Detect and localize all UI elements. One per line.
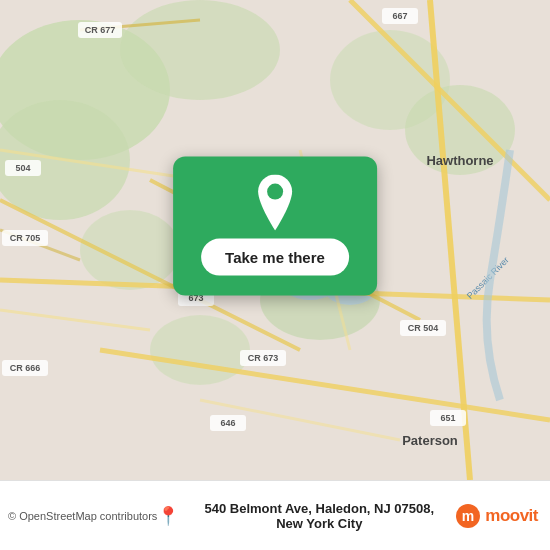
svg-text:CR 666: CR 666 bbox=[10, 363, 41, 373]
svg-point-46 bbox=[267, 184, 283, 200]
svg-text:667: 667 bbox=[392, 11, 407, 21]
svg-text:CR 504: CR 504 bbox=[408, 323, 439, 333]
action-card: Take me there bbox=[173, 157, 377, 296]
footer-bar: © OpenStreetMap contributors 📍 540 Belmo… bbox=[0, 480, 550, 550]
take-me-there-button[interactable]: Take me there bbox=[201, 239, 349, 276]
svg-text:CR 677: CR 677 bbox=[85, 25, 116, 35]
svg-text:CR 705: CR 705 bbox=[10, 233, 41, 243]
osm-label: © OpenStreetMap contributors bbox=[8, 510, 157, 522]
svg-text:646: 646 bbox=[220, 418, 235, 428]
moovit-brand-label: moovit bbox=[485, 506, 538, 526]
address-label: 540 Belmont Ave, Haledon, NJ 07508, New … bbox=[191, 501, 447, 531]
svg-point-6 bbox=[80, 210, 180, 290]
map-view: CR 677 667 504 CR 705 673 CR 673 CR 666 … bbox=[0, 0, 550, 480]
svg-text:Paterson: Paterson bbox=[402, 433, 458, 448]
svg-text:504: 504 bbox=[15, 163, 30, 173]
moovit-icon: m bbox=[455, 503, 481, 529]
svg-text:651: 651 bbox=[440, 413, 455, 423]
svg-text:m: m bbox=[462, 508, 474, 524]
moovit-logo: m moovit bbox=[455, 503, 538, 529]
svg-text:Hawthorne: Hawthorne bbox=[426, 153, 493, 168]
osm-attribution: © OpenStreetMap contributors bbox=[8, 510, 157, 522]
map-pin-icon: 📍 bbox=[157, 505, 179, 527]
svg-point-8 bbox=[150, 315, 250, 385]
svg-point-3 bbox=[120, 0, 280, 100]
location-pin-icon bbox=[249, 177, 301, 229]
svg-text:CR 673: CR 673 bbox=[248, 353, 279, 363]
